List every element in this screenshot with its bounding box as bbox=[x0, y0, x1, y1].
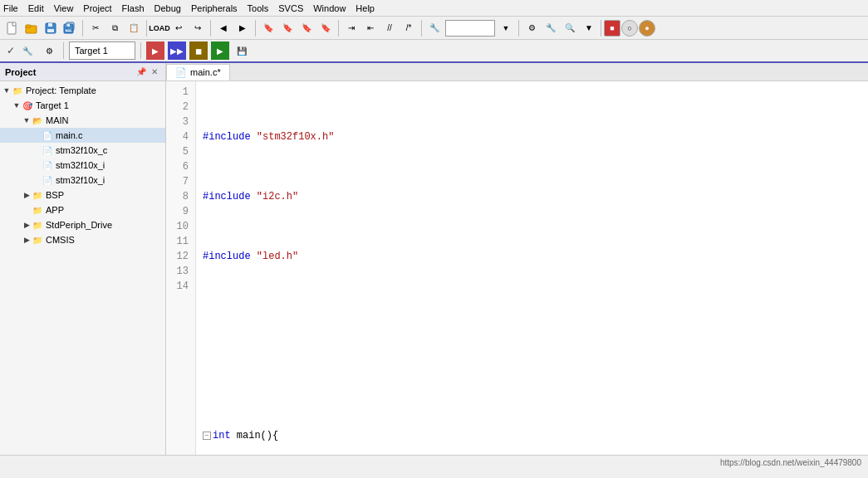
undo-button[interactable]: ↩ bbox=[169, 19, 188, 37]
menu-svcs[interactable]: SVCS bbox=[278, 3, 303, 13]
sep5 bbox=[338, 20, 339, 37]
bookmark2-button[interactable]: 🔖 bbox=[278, 19, 297, 37]
redo-button[interactable]: ↪ bbox=[189, 19, 207, 37]
target-toggle[interactable]: ▼ bbox=[12, 100, 22, 110]
bsp-label: BSP bbox=[46, 190, 64, 200]
rt2-button[interactable]: 🔧 bbox=[542, 19, 560, 37]
uncomment-button[interactable]: /* bbox=[400, 19, 418, 37]
code-line-1: #include "stm32f10x.h" bbox=[203, 129, 867, 144]
menu-project[interactable]: Project bbox=[83, 3, 111, 13]
sep1 bbox=[82, 20, 83, 37]
tog-input[interactable]: tog bbox=[445, 20, 495, 37]
sep8 bbox=[601, 20, 601, 37]
menu-peripherals[interactable]: Peripherals bbox=[191, 3, 238, 13]
target-icon: 🎯 bbox=[22, 100, 33, 111]
menu-help[interactable]: Help bbox=[356, 3, 375, 13]
close-panel-button[interactable]: ✕ bbox=[149, 66, 160, 78]
stdperiph-label: StdPeriph_Drive bbox=[46, 220, 112, 230]
cut-button[interactable]: ✂ bbox=[86, 19, 105, 37]
target-settings-button[interactable]: ⚙ bbox=[40, 41, 58, 60]
tree-item-stm2[interactable]: 📄 stm32f10x_i bbox=[0, 158, 165, 173]
project-toggle[interactable]: ▼ bbox=[2, 85, 12, 95]
menu-window[interactable]: Window bbox=[313, 3, 346, 13]
bookmark1-button[interactable]: 🔖 bbox=[259, 19, 277, 37]
tab-main-c[interactable]: 📄 main.c* bbox=[166, 64, 230, 80]
rt1-button[interactable]: ⚙ bbox=[522, 19, 541, 37]
tree-item-stm3[interactable]: 📄 stm32f10x_i bbox=[0, 173, 165, 188]
tool-icon-button[interactable]: 🔧 bbox=[425, 19, 444, 37]
stop-button[interactable]: ■ bbox=[604, 20, 620, 37]
open-file-button[interactable] bbox=[22, 19, 41, 37]
code-editor[interactable]: #include "stm32f10x.h" #include "i2c.h" … bbox=[196, 81, 868, 455]
menu-file[interactable]: File bbox=[3, 3, 18, 13]
code-container[interactable]: 1 2 3 4 5 6 7 8 9 10 11 12 13 14 #includ… bbox=[166, 81, 868, 455]
stop-build-button[interactable]: ◼ bbox=[189, 41, 208, 60]
project-panel-header: Project 📌 ✕ bbox=[0, 63, 165, 81]
bookmark4-button[interactable]: 🔖 bbox=[316, 19, 335, 37]
sep4 bbox=[255, 20, 256, 37]
flash-download-button[interactable]: 💾 bbox=[233, 41, 251, 60]
search-button[interactable]: 🔍 bbox=[561, 19, 579, 37]
save-button[interactable] bbox=[42, 19, 60, 37]
build2-button[interactable]: ▶▶ bbox=[168, 41, 186, 60]
indent-button[interactable]: ⇥ bbox=[342, 19, 360, 37]
tree-item-app[interactable]: 📁 APP bbox=[0, 202, 165, 217]
tools-button[interactable]: 🔧 bbox=[18, 41, 37, 60]
tree-item-cmsis[interactable]: ▶ 📁 CMSIS bbox=[0, 232, 165, 247]
comment-button[interactable]: // bbox=[380, 19, 399, 37]
code-line-4 bbox=[203, 309, 867, 324]
pin-button[interactable]: 📌 bbox=[135, 66, 147, 78]
menu-edit[interactable]: Edit bbox=[28, 3, 44, 13]
debug-go-button[interactable]: ▶ bbox=[211, 41, 229, 60]
tree-item-target[interactable]: ▼ 🎯 Target 1 bbox=[0, 98, 165, 113]
stdperiph-toggle[interactable]: ▶ bbox=[22, 220, 32, 230]
sep-target2 bbox=[140, 42, 141, 59]
ln-10: 10 bbox=[169, 219, 192, 234]
target-label: Target 1 bbox=[36, 100, 69, 110]
tree-item-stdperiph[interactable]: ▶ 📁 StdPeriph_Drive bbox=[0, 217, 165, 232]
stm3-label: stm32f10x_i bbox=[56, 175, 105, 185]
project-label: Project: Template bbox=[26, 85, 96, 95]
editor-area: 📄 main.c* 1 2 3 4 5 6 7 8 9 10 11 12 13 … bbox=[166, 63, 868, 455]
bookmark3-button[interactable]: 🔖 bbox=[297, 19, 316, 37]
circle1-button[interactable]: ○ bbox=[621, 20, 638, 37]
forward-button[interactable]: ▶ bbox=[233, 19, 252, 37]
tog-dropdown-button[interactable]: ▼ bbox=[497, 19, 515, 37]
ln-9: 9 bbox=[169, 204, 192, 219]
str-include3: "led.h" bbox=[257, 249, 298, 264]
new-file-button[interactable] bbox=[3, 19, 22, 37]
file-tools bbox=[3, 19, 79, 37]
save-all-button[interactable] bbox=[61, 19, 79, 37]
sep7 bbox=[518, 20, 519, 37]
outdent-button[interactable]: ⇤ bbox=[361, 19, 380, 37]
load-button[interactable]: LOAD bbox=[150, 19, 169, 37]
tree-item-bsp[interactable]: ▶ 📁 BSP bbox=[0, 188, 165, 202]
rt3-button[interactable]: ▼ bbox=[580, 19, 598, 37]
cmsis-label: CMSIS bbox=[46, 235, 75, 245]
tree-item-main-group[interactable]: ▼ 📂 MAIN bbox=[0, 113, 165, 128]
save-all-icon bbox=[63, 22, 76, 35]
bsp-toggle[interactable]: ▶ bbox=[22, 190, 32, 200]
project-tree: ▼ 📁 Project: Template ▼ 🎯 Target 1 ▼ 📂 M… bbox=[0, 81, 165, 455]
paste-button[interactable]: 📋 bbox=[125, 19, 143, 37]
back-button[interactable]: ◀ bbox=[214, 19, 233, 37]
tab-main-c-label: main.c* bbox=[190, 67, 221, 77]
toolbar-row1: ✂ ⧉ 📋 LOAD ↩ ↪ ◀ ▶ 🔖 🔖 🔖 🔖 ⇥ ⇤ // /* 🔧 t… bbox=[0, 17, 868, 40]
menu-view[interactable]: View bbox=[54, 3, 74, 13]
bsp-icon: 📁 bbox=[32, 189, 43, 201]
copy-button[interactable]: ⧉ bbox=[105, 19, 124, 37]
open-folder-icon bbox=[25, 22, 38, 35]
main-group-toggle[interactable]: ▼ bbox=[22, 115, 32, 125]
tree-item-stm1[interactable]: 📄 stm32f10x_c bbox=[0, 143, 165, 158]
menu-tools[interactable]: Tools bbox=[248, 3, 269, 13]
menu-flash[interactable]: Flash bbox=[122, 3, 145, 13]
menu-debug[interactable]: Debug bbox=[154, 3, 181, 13]
tree-item-project[interactable]: ▼ 📁 Project: Template bbox=[0, 83, 165, 98]
tree-item-main-c[interactable]: 📄 main.c bbox=[0, 128, 165, 143]
circle2-button[interactable]: ● bbox=[639, 20, 655, 37]
str-include2: "i2c.h" bbox=[257, 189, 298, 204]
build-button[interactable]: ▶ bbox=[146, 41, 164, 60]
ln-13: 13 bbox=[169, 264, 192, 279]
cmsis-toggle[interactable]: ▶ bbox=[22, 235, 32, 245]
fold-main[interactable]: − bbox=[203, 432, 211, 440]
